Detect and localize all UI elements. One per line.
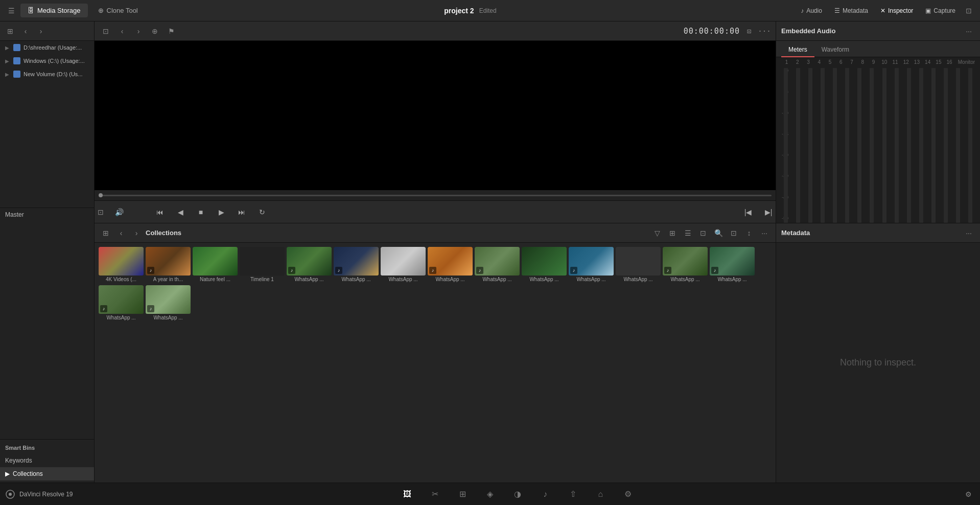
meter-channel-13: 13 [912,59,922,65]
skip-to-start-icon[interactable]: ⏮ [153,205,167,219]
clip-settings-icon[interactable]: ⊡ [95,206,107,218]
inspector-btn[interactable]: ✕ Inspector [875,5,918,17]
nav-back-icon[interactable]: ‹ [115,227,127,239]
meter-area: 12345678910111213141516Monitor 0 -5 -10 … [776,57,980,223]
tab-waveform[interactable]: Waveform [814,43,856,57]
mark-out-icon[interactable]: ▶| [761,205,776,219]
media-item-wa2[interactable]: ♪WhatsApp ... [334,247,379,283]
metadata-more-icon[interactable]: ··· [963,227,975,239]
media-item-wa1[interactable]: ♪WhatsApp ... [287,247,332,283]
sort-icon[interactable]: ▽ [651,227,663,239]
drive-item-new[interactable]: ▶ New Volume (D:\) (Us... [0,67,94,81]
meter-bar-inner [956,68,960,223]
panel-layout-icon[interactable]: ⊞ [4,25,16,37]
drive-item-d[interactable]: ▶ D:\shreedhar (Usage:... [0,41,94,54]
media-item-nature[interactable]: Nature feel ... [193,247,238,283]
preview-scrubber[interactable] [95,190,776,200]
layout-icon[interactable]: ⊡ [100,25,112,37]
media-item-timeline1[interactable]: Timeline 1 [240,247,285,283]
master-nav-item[interactable]: Master [0,208,94,221]
nav-next-icon[interactable]: › [35,25,47,37]
drive-item-c[interactable]: ▶ Windows (C:\) (Usage:... [0,54,94,67]
scrubber-bar[interactable] [99,195,772,196]
stop-icon[interactable]: ■ [194,205,208,219]
skip-to-end-icon[interactable]: ⏭ [235,205,249,219]
meter-bar-inner [833,68,837,223]
settings-icon[interactable]: ⚙ [963,488,975,500]
meter-bar-inner [870,68,874,223]
media-item-wa8[interactable]: WhatsApp ... [616,247,661,283]
nav-prev-icon[interactable]: ‹ [19,25,32,37]
bottom-nav-home[interactable]: ⌂ [594,488,606,500]
media-thumb [522,247,567,276]
menu-icon[interactable]: ☰ [5,5,17,17]
bottom-nav-media[interactable]: 🖼 [401,488,413,500]
next-nav-icon[interactable]: › [132,25,145,37]
media-storage-label: Media Storage [37,7,81,14]
bottom-nav-cut[interactable]: ✂ [429,488,441,500]
view-icon[interactable]: ⊞ [666,227,679,239]
bottom-nav-fairlight[interactable]: ♪ [539,488,551,500]
media-item-label: A year in th... [146,276,191,283]
chevron-icon: ▶ [5,58,9,64]
meter-channel-6: 6 [835,59,846,65]
view-list-icon[interactable]: ☰ [682,227,694,239]
media-item-4k[interactable]: 4K Videos (... [99,247,144,283]
media-item-wa11[interactable]: ♪WhatsApp ... [99,285,144,322]
prev-nav-icon[interactable]: ‹ [116,25,128,37]
media-item-wa12[interactable]: ♪WhatsApp ... [146,285,191,322]
bottom-nav-deliver[interactable]: ⇧ [567,488,579,500]
bottom-nav-color[interactable]: ◑ [511,488,524,500]
media-thumb: ♪ [569,247,614,276]
monitor-icon[interactable]: ⊡ [963,5,975,17]
bottom-nav-fusion[interactable]: ◈ [484,488,496,500]
meter-channel-12: 12 [901,59,912,65]
link-icon[interactable]: ⊕ [149,25,161,37]
media-item-label: WhatsApp ... [710,276,755,283]
sort-order-icon[interactable]: ↕ [743,227,755,239]
bottom-nav-edit[interactable]: ⊞ [456,488,469,500]
volume-icon[interactable]: 🔊 [113,206,125,218]
nav-fwd-icon[interactable]: › [130,227,143,239]
tab-clone-tool[interactable]: ⊕ Clone Tool [91,4,145,17]
meter-bar-ch-10 [891,66,902,223]
panel-toggle-icon[interactable]: ⊞ [100,227,112,239]
chevron-icon: ▶ [5,72,9,77]
filter-icon[interactable]: ⊡ [728,227,740,239]
media-item-wa5[interactable]: ♪WhatsApp ... [475,247,520,283]
preview-more-icon[interactable]: ··· [758,25,771,37]
metadata-btn[interactable]: ☰ Metadata [829,5,873,17]
tab-meters[interactable]: Meters [781,43,814,57]
media-item-wa6[interactable]: WhatsApp ... [522,247,567,283]
media-item-label: WhatsApp ... [99,314,144,322]
keywords-nav-item[interactable]: Keywords [0,454,94,467]
capture-btn[interactable]: ▣ Capture [920,5,961,17]
more-icon[interactable]: ··· [758,227,771,239]
meter-channel-1: 1 [781,59,792,65]
media-item-wa4[interactable]: ♪WhatsApp ... [428,247,473,283]
media-item-year[interactable]: ♪A year in th... [146,247,191,283]
media-item-wa9[interactable]: ♪WhatsApp ... [663,247,708,283]
search-icon[interactable]: 🔍 [712,227,725,239]
flag-icon[interactable]: ⚑ [165,25,177,37]
media-item-label: WhatsApp ... [381,276,426,283]
collections-nav-item[interactable]: ▶ Collections [0,467,94,480]
tab-media-storage[interactable]: 🗄 Media Storage [20,4,88,17]
media-item-wa7[interactable]: ♪WhatsApp ... [569,247,614,283]
loop-icon[interactable]: ↻ [255,205,269,219]
play-icon[interactable]: ▶ [214,205,228,219]
media-thumb: ♪ [475,247,520,276]
bottom-center: 🖼✂⊞◈◑♪⇧⌂⚙ [401,488,634,500]
audio-btn[interactable]: ♪ Audio [796,5,827,17]
audio-indicator-icon: ♪ [147,267,154,274]
play-backward-icon[interactable]: ◀ [173,205,188,219]
bottom-nav-settings[interactable]: ⚙ [622,488,634,500]
media-item-wa10[interactable]: ♪WhatsApp ... [710,247,755,283]
mark-in-icon[interactable]: |◀ [741,205,755,219]
media-item-wa3[interactable]: WhatsApp ... [381,247,426,283]
timecode-settings-icon[interactable]: ⊡ [743,25,755,37]
audio-more-icon[interactable]: ··· [963,25,975,37]
collections-title: Collections [146,229,181,237]
media-item-label: Timeline 1 [240,276,285,283]
preview-size-icon[interactable]: ⊡ [697,227,709,239]
